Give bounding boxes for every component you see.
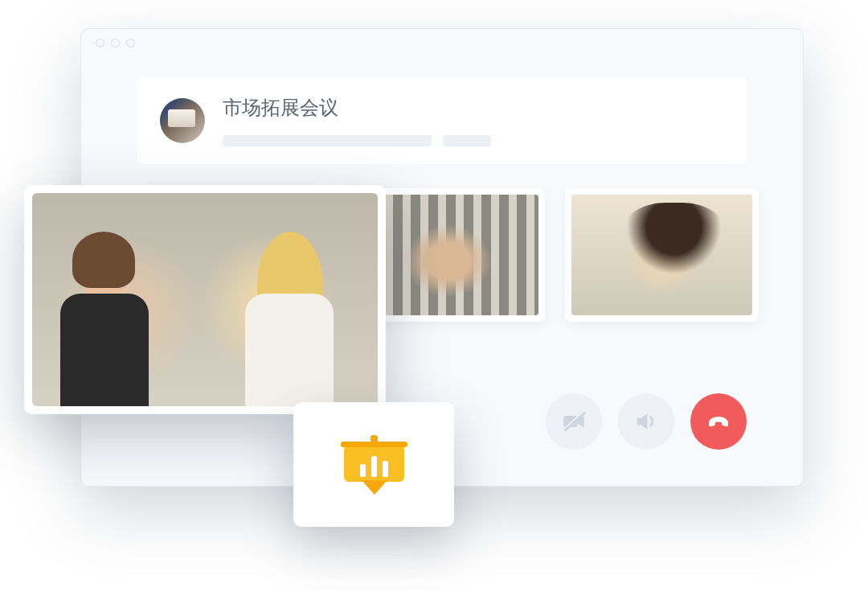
hangup-button[interactable] [690,393,747,450]
active-speaker-video [32,193,378,406]
participant-tile[interactable] [565,188,759,322]
participant-video [571,195,752,315]
presentation-board-icon [344,437,404,493]
skeleton-line [443,135,491,146]
meeting-subtitle-skeleton [223,135,724,146]
skeleton-line [223,135,432,146]
meeting-header-text: 市场拓展会议 [223,95,724,146]
speaker-icon [633,408,660,435]
toggle-speaker-button[interactable] [618,393,674,450]
active-speaker-tile[interactable] [24,185,386,414]
toggle-camera-button[interactable] [546,393,602,450]
call-controls [546,393,747,450]
window-zoom-dot[interactable] [126,39,135,47]
meeting-avatar [160,98,205,143]
person-figure [48,233,161,406]
phone-hangup-icon [704,407,733,436]
meeting-title: 市场拓展会议 [223,95,724,121]
presentation-card[interactable] [293,402,454,527]
window-minimize-dot[interactable] [111,39,120,47]
window-titlebar [81,29,803,57]
person-figure [233,233,346,406]
meeting-header-card: 市场拓展会议 [137,77,747,164]
window-close-dot[interactable] [96,39,104,47]
camera-off-icon [560,408,588,435]
